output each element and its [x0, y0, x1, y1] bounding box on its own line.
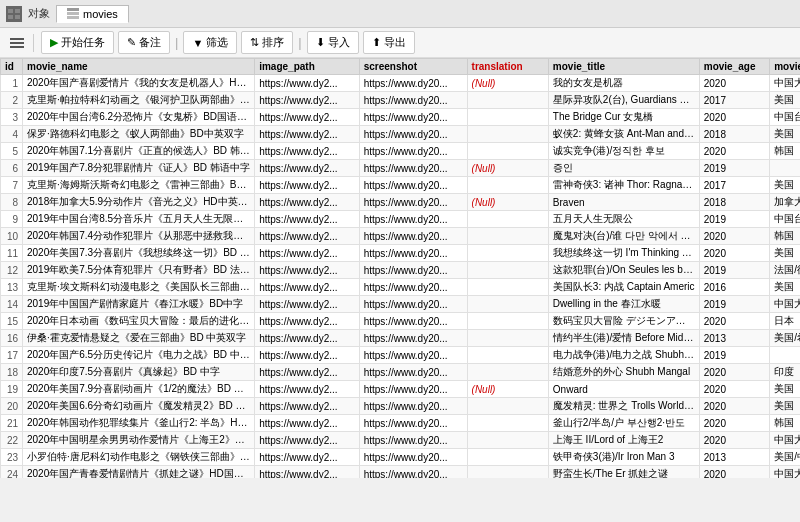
- cell-movie_name: 2020年中国台湾6.2分恐怖片《女鬼桥》BD国语中字: [23, 109, 255, 126]
- table-row[interactable]: 2克里斯·帕拉特科幻动画之《银河护卫队两部曲》BD中英双字https://www…: [1, 92, 801, 109]
- cell-id: 5: [1, 143, 23, 160]
- cell-movie_title: 数码宝贝大冒险 デジモンアドベ: [548, 313, 699, 330]
- cell-movie_place: 中国大陆: [770, 75, 800, 92]
- cell-movie_place: 印度: [770, 364, 800, 381]
- table-row[interactable]: 182020年印度7.5分喜剧片《真缘起》BD 中字https://www.dy…: [1, 364, 801, 381]
- cell-id: 23: [1, 449, 23, 466]
- cell-movie_title: Onward: [548, 381, 699, 398]
- cell-translation: [467, 415, 548, 432]
- table-row[interactable]: 152020年日本动画《数码宝贝大冒险：最后的进化 羁绊》BDEhttps://…: [1, 313, 801, 330]
- table-row[interactable]: 82018年加拿大5.9分动作片《音光之义》HD中英双字https://www.…: [1, 194, 801, 211]
- table-row[interactable]: 242020年国产青春爱情剧情片《抓娃之谜》HD国语中字https://www.…: [1, 466, 801, 479]
- cell-screenshot: https://www.dy20...: [359, 160, 467, 177]
- filter-button[interactable]: ▼ 筛选: [183, 31, 237, 54]
- table-row[interactable]: 142019年中国国产剧情家庭片《春江水暖》BD中字https://www.dy…: [1, 296, 801, 313]
- cell-screenshot: https://www.dy20...: [359, 364, 467, 381]
- col-movie-title[interactable]: movie_title: [548, 59, 699, 75]
- cell-movie_place: 美国: [770, 177, 800, 194]
- cell-image_path: https://www.dy2...: [255, 415, 359, 432]
- tab-movies[interactable]: movies: [56, 5, 129, 23]
- cell-id: 13: [1, 279, 23, 296]
- cell-movie_name: 克里斯·帕拉特科幻动画之《银河护卫队两部曲》BD中英双字: [23, 92, 255, 109]
- cell-id: 14: [1, 296, 23, 313]
- cell-image_path: https://www.dy2...: [255, 75, 359, 92]
- table-row[interactable]: 92019年中国台湾8.5分音乐片《五月天人生无限公司》BD国语https://…: [1, 211, 801, 228]
- col-screenshot[interactable]: screenshot: [359, 59, 467, 75]
- svg-rect-0: [8, 9, 13, 13]
- sort-button[interactable]: ⇅ 排序: [241, 31, 293, 54]
- table-row[interactable]: 102020年韩国7.4分动作犯罪片《从那恶中拯救我》BD 韩语中字https:…: [1, 228, 801, 245]
- cell-movie_age: 2019: [699, 347, 769, 364]
- col-movie-place[interactable]: movie_place: [770, 59, 800, 75]
- cell-screenshot: https://www.dy20...: [359, 330, 467, 347]
- svg-rect-2: [8, 15, 13, 19]
- cell-screenshot: https://www.dy20...: [359, 92, 467, 109]
- cell-image_path: https://www.dy2...: [255, 398, 359, 415]
- cell-screenshot: https://www.dy20...: [359, 75, 467, 92]
- table-row[interactable]: 172020年国产6.5分历史传记片《电力之战》BD 中英双字https://w…: [1, 347, 801, 364]
- table-row[interactable]: 23小罗伯特·唐尼科幻动作电影之《钢铁侠三部曲》BD 国语中字https://w…: [1, 449, 801, 466]
- table-row[interactable]: 62019年国产7.8分犯罪剧情片《证人》BD 韩语中字https://www.…: [1, 160, 801, 177]
- table-row[interactable]: 192020年美国7.9分喜剧动画片《1/2的魔法》BD 国语中三语中字http…: [1, 381, 801, 398]
- cell-image_path: https://www.dy2...: [255, 177, 359, 194]
- cell-movie_place: 美国/中国大陆: [770, 449, 800, 466]
- cell-movie_title: 魔发精灵: 世界之 Trolls World To: [548, 398, 699, 415]
- start-task-button[interactable]: ▶ 开始任务: [41, 31, 114, 54]
- table-row[interactable]: 122019年欧美7.5分体育犯罪片《只有野者》BD 法语中字https://w…: [1, 262, 801, 279]
- svg-rect-3: [15, 15, 20, 19]
- export-button[interactable]: ⬆ 导出: [363, 31, 415, 54]
- titlebar-object-label: 对象: [28, 6, 50, 21]
- col-id[interactable]: id: [1, 59, 23, 75]
- table-row[interactable]: 12020年国产喜剧爱情片《我的女友是机器人》HD国语中字https://www…: [1, 75, 801, 92]
- toolbar: ▶ 开始任务 ✎ 备注 | ▼ 筛选 ⇅ 排序 | ⬇ 导入 ⬆ 导出: [0, 28, 800, 58]
- cell-translation: [467, 364, 548, 381]
- col-translation[interactable]: translation: [467, 59, 548, 75]
- table-row[interactable]: 16伊桑·霍克爱情悬疑之《爱在三部曲》BD 中英双字https://www.dy…: [1, 330, 801, 347]
- col-movie-name[interactable]: movie_name: [23, 59, 255, 75]
- cell-movie_title: 魔鬼对决(台)/谁 다만 악에서 구 는: [548, 228, 699, 245]
- cell-movie_place: 中国大陆: [770, 296, 800, 313]
- cell-id: 19: [1, 381, 23, 398]
- cell-movie_title: 诚实竞争(港)/정직한 후보: [548, 143, 699, 160]
- cell-image_path: https://www.dy2...: [255, 432, 359, 449]
- cell-movie_name: 2019年中国台湾8.5分音乐片《五月天人生无限公司》BD国语: [23, 211, 255, 228]
- cell-movie_title: Dwelling in the 春江水暖: [548, 296, 699, 313]
- table-row[interactable]: 112020年美国7.3分喜剧片《我想续终这一切》BD 中英双字https://…: [1, 245, 801, 262]
- table-row[interactable]: 13克里斯·埃文斯科幻动漫电影之《美国队长三部曲》BD 中英双字https://…: [1, 279, 801, 296]
- cell-movie_age: 2020: [699, 432, 769, 449]
- cell-movie_name: 2020年印度7.5分喜剧片《真缘起》BD 中字: [23, 364, 255, 381]
- hamburger-menu[interactable]: [8, 36, 26, 50]
- cell-translation: (Null): [467, 194, 548, 211]
- table-row[interactable]: 222020年中国明星余男男动作爱情片《上海王2》HD国语中字https://w…: [1, 432, 801, 449]
- table-row[interactable]: 212020年韩国动作犯罪续集片《釜山行2: 半岛》HD 韩语中字https:/…: [1, 415, 801, 432]
- note-button[interactable]: ✎ 备注: [118, 31, 170, 54]
- table-row[interactable]: 202020年美国6.6分奇幻动画片《魔发精灵2》BD 国语中三语中字https…: [1, 398, 801, 415]
- export-icon: ⬆: [372, 36, 381, 49]
- cell-screenshot: https://www.dy20...: [359, 143, 467, 160]
- col-movie-age[interactable]: movie_age: [699, 59, 769, 75]
- table-row[interactable]: 7克里斯·海姆斯沃斯奇幻电影之《雷神三部曲》BD 中英双字https://www…: [1, 177, 801, 194]
- cell-screenshot: https://www.dy20...: [359, 466, 467, 479]
- table-row[interactable]: 52020年韩国7.1分喜剧片《正直的候选人》BD 韩语中字https://ww…: [1, 143, 801, 160]
- separator-2: |: [298, 35, 301, 50]
- cell-id: 4: [1, 126, 23, 143]
- cell-image_path: https://www.dy2...: [255, 347, 359, 364]
- table-row[interactable]: 4保罗·路德科幻电影之《蚁人两部曲》BD中英双字https://www.dy2.…: [1, 126, 801, 143]
- cell-image_path: https://www.dy2...: [255, 279, 359, 296]
- cell-movie_name: 保罗·路德科幻电影之《蚁人两部曲》BD中英双字: [23, 126, 255, 143]
- col-image-path[interactable]: image_path: [255, 59, 359, 75]
- cell-translation: (Null): [467, 75, 548, 92]
- svg-rect-6: [67, 16, 79, 19]
- cell-movie_name: 2020年韩国7.1分喜剧片《正直的候选人》BD 韩语中字: [23, 143, 255, 160]
- svg-rect-1: [15, 9, 20, 13]
- cell-screenshot: https://www.dy20...: [359, 279, 467, 296]
- cell-image_path: https://www.dy2...: [255, 449, 359, 466]
- cell-movie_age: 2020: [699, 313, 769, 330]
- cell-image_path: https://www.dy2...: [255, 143, 359, 160]
- table-row[interactable]: 32020年中国台湾6.2分恐怖片《女鬼桥》BD国语中字https://www.…: [1, 109, 801, 126]
- cell-image_path: https://www.dy2...: [255, 245, 359, 262]
- cell-translation: [467, 398, 548, 415]
- import-button[interactable]: ⬇ 导入: [307, 31, 359, 54]
- cell-translation: [467, 296, 548, 313]
- cell-movie_name: 2020年中国明星余男男动作爱情片《上海王2》HD国语中字: [23, 432, 255, 449]
